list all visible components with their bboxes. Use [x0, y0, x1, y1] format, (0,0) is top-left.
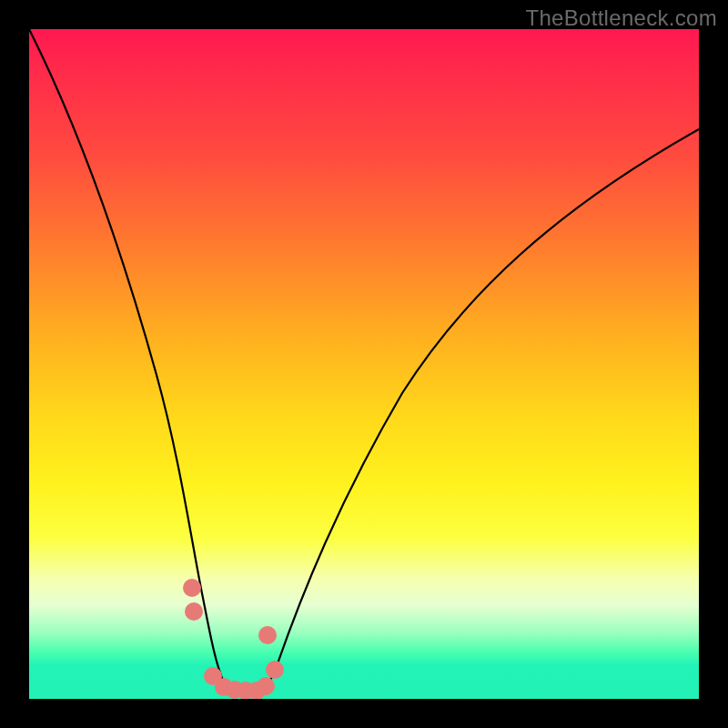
bottleneck-curve — [29, 29, 699, 696]
svg-point-9 — [258, 626, 277, 644]
watermark-text: TheBottleneck.com — [525, 5, 717, 31]
svg-point-7 — [257, 677, 275, 695]
curve-svg — [29, 29, 699, 699]
plot-area — [29, 29, 699, 699]
chart-frame: TheBottleneck.com — [0, 0, 728, 728]
highlight-dots — [183, 579, 284, 699]
svg-point-8 — [266, 661, 284, 679]
svg-point-1 — [185, 602, 203, 621]
svg-point-0 — [183, 579, 201, 597]
